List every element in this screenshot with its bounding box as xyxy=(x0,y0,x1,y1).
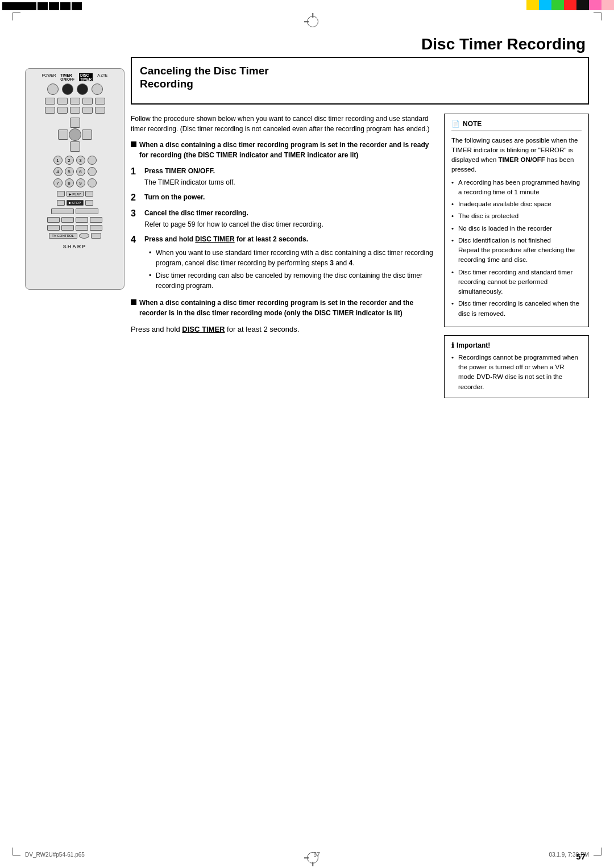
green-block xyxy=(551,0,564,10)
cyan-block xyxy=(539,0,551,10)
section-title: Canceling the Disc TimerRecording xyxy=(140,65,580,91)
note-header: 📄 NOTE xyxy=(451,120,582,131)
footer-center: 57 xyxy=(314,852,320,858)
two-col-layout: Follow the procedure shown below when yo… xyxy=(131,114,589,398)
corner-mark-bl xyxy=(13,848,20,856)
pink-block xyxy=(589,0,601,10)
step-3: 3 Cancel the disc timer recording. Refer… xyxy=(131,208,434,229)
intro-text: Follow the procedure shown below when yo… xyxy=(131,114,434,134)
remote-dpad xyxy=(58,118,92,152)
corner-mark-tl xyxy=(13,12,20,20)
important-list: • Recordings cannot be programmed when t… xyxy=(451,353,582,392)
remote-control-image: POWER TIMERON/OFF DISCTIMER A ZTE xyxy=(25,68,136,290)
remote-bottom-row2 xyxy=(47,225,102,231)
footer-left: DV_RW2U#p54-61.p65 xyxy=(25,852,85,858)
notes-column: 📄 NOTE The following causes are possible… xyxy=(444,114,589,398)
note-icon: 📄 xyxy=(451,120,460,128)
note-box: 📄 NOTE The following causes are possible… xyxy=(444,114,589,327)
step-4: 4 Press and hold DISC TIMER for at least… xyxy=(131,234,434,293)
remote-top-labels: POWER TIMERON/OFF DISCTIMER A ZTE xyxy=(29,73,121,81)
condition1-text: When a disc containing a disc timer reco… xyxy=(139,140,434,160)
remote-bottom-row1 xyxy=(47,217,102,223)
step-1-num: 1 xyxy=(131,166,142,187)
step-1-sub: The TIMER indicator turns off. xyxy=(144,177,434,187)
important-label: Important! xyxy=(457,341,490,349)
step-4-content: Press and hold DISC TIMER for at least 2… xyxy=(144,234,434,293)
step-4-bullet-1: When you want to use standard timer reco… xyxy=(149,248,434,268)
section-box: Canceling the Disc TimerRecording xyxy=(131,57,589,105)
important-header: ℹ Important! xyxy=(451,341,582,349)
corner-mark-br xyxy=(594,848,601,856)
step-3-num: 3 xyxy=(131,208,142,229)
step-3-content: Cancel the disc timer recording. Refer t… xyxy=(144,208,434,229)
yellow-block xyxy=(526,0,539,10)
top-crosshair xyxy=(307,16,318,27)
note-item-1: •A recording has been programmed having … xyxy=(451,178,582,198)
remote-misc-rows xyxy=(51,208,98,214)
black-block xyxy=(576,0,589,10)
page-number: 57 xyxy=(576,852,586,861)
color-blocks xyxy=(526,0,614,10)
step-3-bold: Cancel the disc timer recording. xyxy=(144,209,248,217)
step-2-num: 2 xyxy=(131,192,142,204)
note-item-6: •Disc timer recording and standard timer… xyxy=(451,268,582,297)
step-4-bullet-2: Disc timer recording can also be cancele… xyxy=(149,270,434,291)
step-1-bold: Press TIMER ON/OFF. xyxy=(144,167,215,175)
black-square-1 xyxy=(131,141,136,147)
page-title: Disc Timer Recording xyxy=(421,35,586,53)
main-content: Canceling the Disc TimerRecording Follow… xyxy=(131,57,589,398)
note-label: NOTE xyxy=(463,120,482,128)
remote-row3 xyxy=(45,107,105,114)
step-2: 2 Turn on the power. xyxy=(131,192,434,204)
corner-mark-tr xyxy=(594,12,601,20)
remote-brand: SHARP xyxy=(63,244,87,249)
remote-play-row: ▶ PLAY xyxy=(57,191,93,197)
remote-body: POWER TIMERON/OFF DISCTIMER A ZTE xyxy=(25,68,125,290)
disc-timer-label-1: DISC TIMER xyxy=(195,235,234,243)
note-item-4: •No disc is loaded in the recorder xyxy=(451,224,582,233)
step-2-content: Turn on the power. xyxy=(144,192,434,204)
black-square-2 xyxy=(131,299,136,305)
top-bar-left xyxy=(0,0,193,10)
important-box: ℹ Important! • Recordings cannot be prog… xyxy=(444,335,589,398)
important-item-0: • Recordings cannot be programmed when t… xyxy=(451,353,582,392)
note-item-5: •Disc identification is not finishedRepe… xyxy=(451,236,582,265)
remote-row2 xyxy=(45,98,105,105)
red-block xyxy=(564,0,576,10)
remote-num-row2: 4 5 6 xyxy=(53,167,97,176)
note-item-2: •Inadequate available disc space xyxy=(451,199,582,209)
top-bar-right xyxy=(193,0,614,10)
step-1: 1 Press TIMER ON/OFF. The TIMER indicato… xyxy=(131,166,434,187)
lightpink-block xyxy=(601,0,614,10)
condition2-text: When a disc containing a disc timer reco… xyxy=(139,298,434,318)
note-list: The following causes are possible when t… xyxy=(451,136,582,319)
step-1-content: Press TIMER ON/OFF. The TIMER indicator … xyxy=(144,166,434,187)
note-item-3: •The disc is protected xyxy=(451,211,582,221)
step-4-num: 4 xyxy=(131,234,142,293)
remote-top-btns xyxy=(47,84,103,95)
press-hold-line: Press and hold DISC TIMER for at least 2… xyxy=(131,324,434,335)
step-4-bullets: When you want to use standard timer reco… xyxy=(149,248,434,291)
remote-rec-row: ■ STOP xyxy=(57,200,93,206)
condition1: When a disc containing a disc timer reco… xyxy=(131,140,434,160)
step-2-bold: Turn on the power. xyxy=(144,193,205,201)
remote-num-row3: 7 8 9 xyxy=(53,178,97,187)
note-item-0: The following causes are possible when t… xyxy=(451,136,582,175)
remote-tv-control: TV CONTROL xyxy=(49,233,101,239)
step-3-sub: Refer to page 59 for how to cancel the d… xyxy=(144,219,434,229)
disc-timer-label-2: DISC TIMER xyxy=(182,325,225,333)
remote-num-row1: 1 2 3 xyxy=(53,156,97,165)
note-item-7: •Disc timer recording is canceled when t… xyxy=(451,299,582,319)
instructions-column: Follow the procedure shown below when yo… xyxy=(131,114,434,398)
important-icon: ℹ xyxy=(451,341,454,349)
black-blocks xyxy=(0,0,84,10)
top-bar xyxy=(0,0,614,10)
condition2: When a disc containing a disc timer reco… xyxy=(131,298,434,318)
step-4-bold: Press and hold DISC TIMER for at least 2… xyxy=(144,235,308,243)
page-footer: DV_RW2U#p54-61.p65 57 03.1.9, 7:39 PM xyxy=(25,852,589,858)
